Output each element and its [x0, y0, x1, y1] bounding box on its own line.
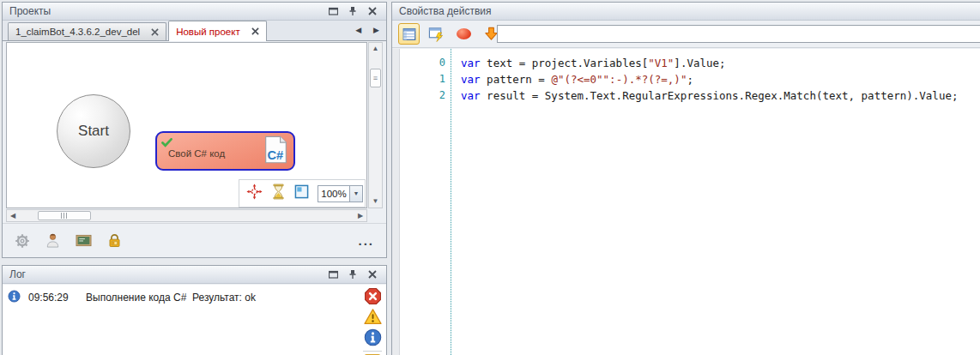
info-icon [8, 290, 21, 305]
log-filter-toolbar [362, 287, 383, 355]
lock-button[interactable] [106, 232, 124, 250]
record-button[interactable] [453, 23, 475, 45]
maximize-button[interactable] [328, 269, 338, 280]
close-button[interactable] [367, 269, 378, 280]
tab-scroll-right-icon[interactable]: ▶ [373, 26, 379, 34]
scroll-up-button[interactable]: ▲ [369, 43, 382, 55]
success-check-icon [161, 135, 172, 151]
tab-new-project[interactable]: Новый проект [168, 21, 267, 41]
start-node[interactable]: Start [57, 94, 130, 168]
workflow-canvas[interactable]: Start Свой C# код C# [6, 42, 367, 208]
warning-icon [364, 308, 382, 326]
code-text: var pattern = @"(?<=0"":-).*?(?=,)"; [461, 71, 693, 87]
properties-toolbar [392, 21, 980, 48]
zoom-dropdown-button[interactable]: ▼ [350, 185, 363, 202]
script-window-button[interactable] [426, 23, 447, 45]
action-block-label: Свой C# код [168, 143, 264, 159]
board-button[interactable] [76, 232, 93, 250]
close-icon [251, 27, 259, 35]
tab-claimbot-project[interactable]: 1_claimBot_4.3.6.2_dev_del [8, 22, 166, 40]
projects-window-buttons [328, 6, 381, 16]
info-icon [364, 328, 382, 346]
close-icon [151, 28, 159, 36]
zoom-level-value[interactable]: 100% [318, 185, 350, 202]
maximize-button[interactable] [328, 6, 338, 16]
scroll-right-button[interactable]: ▶ [354, 210, 366, 221]
canvas-horizontal-scrollbar[interactable]: ◀ ▶ [6, 209, 367, 222]
projects-titlebar: Проекты [3, 3, 386, 21]
grip-icon [61, 213, 69, 219]
settings-button[interactable] [14, 232, 31, 250]
properties-panel-title: Свойства действия [399, 5, 975, 17]
log-content: 09:56:29 Выполнение кода C# Результат: o… [3, 285, 386, 355]
user-button[interactable] [45, 232, 62, 250]
code-lines: 0var text = project.Variables["V1"].Valu… [392, 55, 980, 104]
csharp-document-icon: C# [264, 135, 287, 167]
locate-action-button[interactable] [246, 184, 263, 203]
code-line[interactable]: 2var result = System.Text.RegularExpress… [392, 87, 980, 104]
gear-icon [14, 232, 31, 250]
more-options-button[interactable]: ... [358, 238, 386, 244]
code-line[interactable]: 1var pattern = @"(?<=0"":-).*?(?=,)"; [392, 71, 980, 87]
code-text: var result = System.Text.RegularExpressi… [461, 87, 958, 104]
close-button[interactable] [367, 6, 378, 16]
close-icon [368, 7, 377, 15]
vertical-scroll-thumb[interactable]: ≡ [370, 69, 381, 87]
pin-button[interactable] [348, 6, 358, 16]
properties-table-button[interactable] [398, 23, 420, 45]
app-window: Проекты 1_claimBot_4.3.6.2_dev_del [0, 0, 980, 355]
record-icon [457, 28, 471, 39]
tab-scroll-left-icon[interactable]: ◀ [355, 26, 361, 34]
canvas-vertical-scrollbar[interactable]: ▲ ≡ ▼ [368, 42, 383, 208]
log-timestamp: 09:56:29 [28, 292, 78, 304]
window-lightning-icon [428, 26, 445, 42]
horizontal-scroll-thumb[interactable] [38, 211, 91, 220]
chevron-down-icon: ▼ [354, 190, 360, 196]
action-properties-panel: Свойства действия [391, 2, 980, 355]
projects-statusbar: ... [3, 223, 386, 257]
log-titlebar: Лог [3, 266, 386, 284]
tab-close-button[interactable] [251, 27, 259, 35]
log-message: Выполнение кода C# Результат: ok [86, 292, 256, 304]
log-entry[interactable]: 09:56:29 Выполнение кода C# Результат: o… [3, 285, 386, 305]
lock-icon [106, 232, 123, 249]
projects-panel-title: Проекты [9, 5, 328, 17]
wait-hourglass-button[interactable] [271, 184, 286, 203]
scroll-down-button[interactable]: ▼ [369, 196, 382, 208]
user-icon [45, 232, 61, 249]
properties-titlebar: Свойства действия [392, 3, 980, 21]
fit-window-button[interactable] [294, 184, 309, 202]
close-icon [368, 270, 377, 279]
projects-panel: Проекты 1_claimBot_4.3.6.2_dev_del [2, 2, 387, 258]
grip-icon: ≡ [373, 74, 378, 82]
canvas-toolbar: 100% ▼ [239, 179, 366, 208]
line-number: 0 [392, 55, 445, 71]
line-number: 2 [392, 87, 445, 104]
csharp-code-editor[interactable]: 0var text = project.Variables["V1"].Valu… [392, 49, 980, 355]
chalkboard-icon [76, 232, 92, 249]
warnings-filter-button[interactable] [364, 308, 382, 326]
start-node-label: Start [78, 123, 109, 140]
pin-button[interactable] [348, 269, 358, 280]
tab-close-button[interactable] [151, 28, 159, 36]
scroll-left-button[interactable]: ◀ [7, 210, 19, 221]
info-filter-button[interactable] [364, 328, 382, 346]
errors-filter-button[interactable] [364, 287, 382, 305]
line-number: 1 [392, 71, 445, 87]
tab-label: 1_claimBot_4.3.6.2_dev_del [15, 27, 140, 37]
code-text: var text = project.Variables["V1"].Value… [461, 55, 726, 71]
maximize-icon [329, 7, 338, 15]
pin-icon [348, 6, 357, 16]
tab-scroll-arrows: ◀ ▶ [355, 26, 379, 34]
properties-filter-input[interactable] [497, 25, 980, 43]
svg-text:C#: C# [267, 148, 283, 162]
zoom-combo: 100% ▼ [318, 185, 363, 202]
project-tabs: 1_claimBot_4.3.6.2_dev_del Новый проект … [3, 21, 386, 41]
pin-icon [348, 269, 357, 280]
log-panel: Лог 09:56:29 Выполнение кода C# Резу [2, 265, 387, 355]
maximize-icon [329, 270, 338, 279]
table-icon [402, 27, 417, 42]
code-line[interactable]: 0var text = project.Variables["V1"].Valu… [392, 55, 980, 71]
csharp-code-action-block[interactable]: Свой C# код C# [155, 131, 295, 171]
toolbar-separator [363, 351, 382, 352]
